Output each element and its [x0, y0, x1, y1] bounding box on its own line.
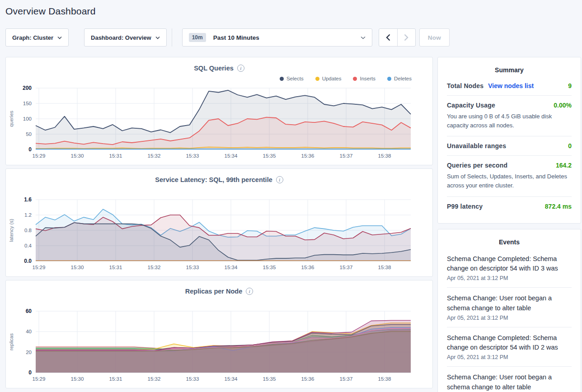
svg-text:20: 20 — [26, 350, 32, 355]
svg-text:15:38: 15:38 — [378, 265, 391, 270]
event-message[interactable]: Schema Change: User root began a schema … — [447, 294, 572, 313]
event-timestamp: Apr 05, 2021 at 3:12 PM — [447, 315, 572, 321]
svg-text:60: 60 — [26, 308, 32, 314]
legend-label: Deletes — [394, 76, 412, 81]
svg-text:15:37: 15:37 — [340, 376, 353, 382]
events-panel: Events Schema Change Completed: Schema c… — [437, 229, 581, 392]
summary-row-total-nodes: Total Nodes View nodes list 9 — [447, 76, 572, 96]
info-icon[interactable]: i — [237, 65, 244, 72]
qps-value: 164.2 — [556, 162, 572, 169]
service-latency-chart-card: Service Latency: SQL, 99th percentile i … — [5, 168, 433, 277]
legend-dot-icon — [280, 77, 284, 81]
svg-text:15:34: 15:34 — [225, 376, 238, 382]
time-range-badge: 10m — [189, 33, 206, 42]
svg-text:15:32: 15:32 — [148, 153, 161, 159]
legend-item[interactable]: Selects — [280, 76, 304, 81]
chart-title: Service Latency: SQL, 99th percentile — [155, 176, 272, 183]
svg-text:15:30: 15:30 — [71, 153, 84, 159]
service-latency-chart[interactable]: 0.00.40.81.21.615:2915:3015:3115:3215:33… — [6, 196, 432, 274]
dashboard-dropdown[interactable]: Dashboard: Overview — [84, 28, 167, 47]
svg-text:50: 50 — [26, 131, 32, 137]
svg-text:200: 200 — [23, 85, 32, 91]
svg-text:1.2: 1.2 — [24, 212, 32, 218]
svg-text:15:32: 15:32 — [148, 376, 161, 382]
svg-text:15:38: 15:38 — [378, 376, 391, 382]
view-nodes-list-link[interactable]: View nodes list — [488, 82, 534, 89]
legend-dot-icon — [353, 77, 357, 81]
svg-text:0.8: 0.8 — [24, 228, 32, 233]
time-pager — [379, 28, 416, 47]
svg-text:40: 40 — [26, 329, 32, 334]
charts-column: SQL Queries i SelectsUpdatesInsertsDelet… — [5, 57, 433, 392]
event-item: Schema Change Completed: Schema change o… — [447, 248, 572, 288]
svg-text:15:35: 15:35 — [263, 265, 276, 270]
chart-legend — [6, 184, 432, 196]
event-message[interactable]: Schema Change Completed: Schema change o… — [447, 254, 572, 274]
summary-panel: Summary Total Nodes View nodes list 9 Ca… — [437, 57, 581, 224]
svg-text:0.0: 0.0 — [24, 258, 32, 264]
prev-time-button[interactable] — [379, 29, 397, 46]
legend-label: Selects — [286, 76, 304, 81]
svg-text:15:35: 15:35 — [263, 153, 276, 159]
legend-dot-icon — [315, 77, 319, 81]
sidebar: Summary Total Nodes View nodes list 9 Ca… — [437, 57, 581, 392]
svg-text:1.6: 1.6 — [24, 196, 32, 203]
chart-legend: SelectsUpdatesInsertsDeletes — [6, 73, 432, 84]
capacity-usage-description: You are using 0 B of 4.5 GiB usable disk… — [447, 112, 572, 130]
svg-text:15:34: 15:34 — [225, 153, 238, 159]
event-message[interactable]: Schema Change: User root began a schema … — [447, 373, 572, 392]
graph-dropdown-label: Graph: Cluster — [12, 34, 53, 41]
svg-text:15:31: 15:31 — [109, 153, 122, 159]
next-time-button[interactable] — [397, 29, 415, 46]
p99-latency-label: P99 latency — [447, 203, 483, 210]
content: SQL Queries i SelectsUpdatesInsertsDelet… — [5, 57, 582, 392]
info-icon[interactable]: i — [246, 288, 253, 295]
svg-text:0: 0 — [28, 146, 32, 153]
svg-text:15:30: 15:30 — [71, 265, 84, 270]
svg-text:15:37: 15:37 — [340, 153, 353, 159]
qps-label: Queries per second — [447, 162, 507, 169]
event-timestamp: Apr 05, 2021 at 3:12 PM — [447, 354, 572, 360]
svg-text:queries: queries — [9, 110, 14, 127]
sql-queries-chart[interactable]: 05010015020015:2915:3015:3115:3215:3315:… — [6, 84, 432, 162]
capacity-usage-label: Capacity Usage — [447, 102, 495, 109]
svg-text:15:33: 15:33 — [186, 153, 199, 159]
event-message[interactable]: Schema Change Completed: Schema change o… — [447, 333, 572, 353]
svg-text:100: 100 — [23, 116, 32, 121]
svg-text:15:35: 15:35 — [263, 376, 276, 382]
svg-text:latency (s): latency (s) — [9, 219, 14, 242]
time-range-label: Past 10 Minutes — [213, 34, 259, 41]
svg-text:15:32: 15:32 — [148, 265, 161, 270]
chart-title: SQL Queries — [194, 65, 234, 72]
replicas-per-node-chart[interactable]: 020406015:2915:3015:3115:3215:3315:3415:… — [6, 308, 432, 385]
svg-text:15:38: 15:38 — [378, 153, 391, 159]
svg-text:15:36: 15:36 — [301, 265, 314, 270]
now-button[interactable]: Now — [419, 28, 450, 47]
summary-row-unavailable-ranges: Unavailable ranges 0 — [447, 136, 572, 156]
legend-item[interactable]: Updates — [315, 76, 342, 81]
unavailable-ranges-value: 0 — [568, 142, 572, 149]
svg-text:15:29: 15:29 — [33, 376, 46, 382]
events-title: Events — [447, 238, 572, 246]
replicas-per-node-chart-card: Replicas per Node i 020406015:2915:3015:… — [5, 280, 433, 388]
svg-text:replicas: replicas — [9, 333, 14, 350]
svg-text:150: 150 — [23, 101, 32, 106]
dashboard-dropdown-label: Dashboard: Overview — [91, 34, 151, 41]
time-range-selector[interactable]: 10m Past 10 Minutes — [182, 28, 372, 47]
svg-text:15:31: 15:31 — [109, 376, 122, 382]
svg-text:15:29: 15:29 — [33, 265, 46, 270]
svg-text:0.4: 0.4 — [24, 243, 32, 248]
summary-row-qps: Queries per second 164.2 Sum of Selects,… — [447, 156, 572, 196]
legend-item[interactable]: Inserts — [353, 76, 375, 81]
svg-text:15:36: 15:36 — [301, 376, 314, 382]
svg-text:15:36: 15:36 — [301, 153, 314, 159]
graph-dropdown[interactable]: Graph: Cluster — [5, 28, 69, 47]
toolbar: Graph: Cluster Dashboard: Overview 10m P… — [5, 28, 582, 47]
summary-title: Summary — [447, 66, 572, 74]
info-icon[interactable]: i — [276, 176, 283, 183]
events-list: Schema Change Completed: Schema change o… — [447, 248, 572, 392]
legend-item[interactable]: Deletes — [387, 76, 412, 81]
total-nodes-value: 9 — [568, 82, 572, 89]
chevron-down-icon — [361, 36, 366, 39]
event-timestamp: Apr 05, 2021 at 3:12 PM — [447, 275, 572, 281]
